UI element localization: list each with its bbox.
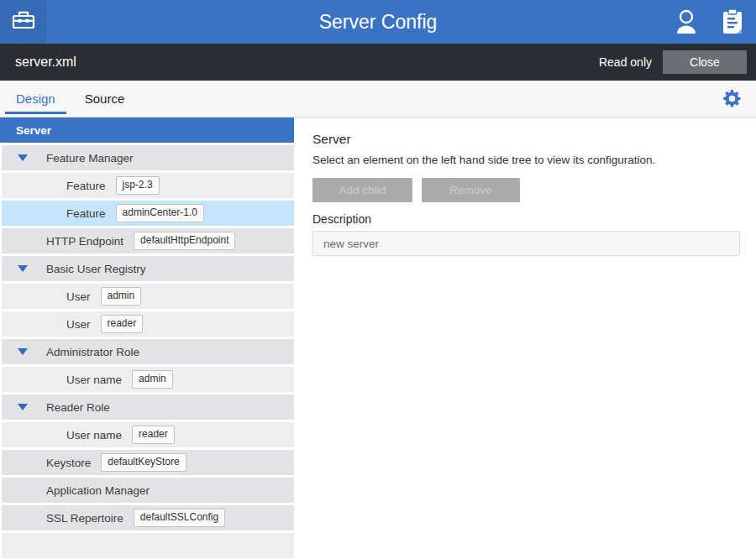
file-bar: server.xml Read only Close xyxy=(0,44,756,81)
tab-bar: Design Source xyxy=(0,81,756,118)
tree-item-badge: defaultSSLConfig xyxy=(134,509,225,526)
config-tree: ServerFeature ManagerFeaturejsp-2.3Featu… xyxy=(0,118,294,559)
tree-item-badge: adminCenter-1.0 xyxy=(116,204,204,222)
tree-item-badge: defaultKeyStore xyxy=(101,453,186,471)
tree-item-label: Feature xyxy=(66,207,106,220)
detail-title: Server xyxy=(312,131,740,147)
read-only-label: Read only xyxy=(599,55,652,69)
triangle-down-icon[interactable] xyxy=(18,404,28,410)
detail-instruction: Select an element on the left hand side … xyxy=(312,153,740,167)
description-label: Description xyxy=(312,212,740,227)
tree-item[interactable]: User namereader xyxy=(2,422,294,447)
tree-item[interactable]: Reader Role xyxy=(2,394,294,420)
tree-item-label: Keystore xyxy=(46,457,91,469)
tree-item[interactable]: Useradmin xyxy=(2,284,294,309)
tree-item[interactable]: Feature Manager xyxy=(2,145,294,170)
content-area: ServerFeature ManagerFeaturejsp-2.3Featu… xyxy=(0,118,756,559)
tree-item[interactable]: Server xyxy=(0,118,294,143)
tree-item-label: User name xyxy=(66,374,122,386)
tree-item[interactable]: SSL RepertoiredefaultSSLConfig xyxy=(2,505,294,530)
tab-source[interactable]: Source xyxy=(74,81,136,117)
tree-item-badge: admin xyxy=(132,370,173,388)
tree-item-badge: reader xyxy=(132,426,175,443)
tree-item[interactable]: Application Manager xyxy=(2,478,294,503)
remove-button[interactable]: Remove xyxy=(422,178,520,202)
tree-item-badge: jsp-2.3 xyxy=(116,176,160,194)
tree-item-label: User xyxy=(66,290,91,303)
file-name: server.xml xyxy=(15,55,76,70)
tree-item[interactable]: Userreader xyxy=(2,311,294,337)
close-button[interactable]: Close xyxy=(663,50,747,74)
tree-item[interactable]: Featurejsp-2.3 xyxy=(2,173,294,198)
tree-item-label: User xyxy=(66,318,91,331)
add-child-button[interactable]: Add child xyxy=(312,178,412,202)
tree-item[interactable]: Basic User Registry xyxy=(2,256,294,281)
toolbox-button[interactable] xyxy=(0,0,46,44)
tree-item-label: Basic User Registry xyxy=(46,263,146,275)
detail-panel: Server Select an element on the left han… xyxy=(294,118,756,559)
triangle-down-icon[interactable] xyxy=(18,348,28,355)
tree-item-label: Administrator Role xyxy=(46,346,139,358)
tree-item-label: Feature xyxy=(66,180,106,192)
tree-item-badge: admin xyxy=(101,287,142,305)
tree-item[interactable]: User nameadmin xyxy=(2,367,294,392)
tree-item[interactable]: HTTP EndpointdefaultHttpEndpoint xyxy=(2,228,294,253)
tab-design[interactable]: Design xyxy=(5,81,66,117)
tree-item-label: HTTP Endpoint xyxy=(46,235,123,248)
gear-icon[interactable] xyxy=(721,88,743,110)
tree-item[interactable]: KeystoredefaultKeyStore xyxy=(2,450,294,475)
tree-item-label: SSL Repertoire xyxy=(46,512,123,525)
tree-item-label: Feature Manager xyxy=(46,152,134,165)
tree-item[interactable]: Administrator Role xyxy=(2,339,294,364)
app-header: Server Config xyxy=(0,0,756,44)
tree-item-label: Server xyxy=(16,124,51,137)
tree-item[interactable]: FeatureadminCenter-1.0 xyxy=(2,201,294,226)
triangle-down-icon[interactable] xyxy=(18,265,28,272)
toolbox-icon xyxy=(11,8,36,36)
app-title: Server Config xyxy=(319,11,438,34)
tree-item-label: Application Manager xyxy=(46,484,150,497)
tree-item-badge: reader xyxy=(101,315,144,332)
clipboard-icon[interactable] xyxy=(722,8,743,35)
description-input[interactable] xyxy=(312,231,740,256)
tree-item xyxy=(2,533,294,558)
tree-item-badge: defaultHttpEndpoint xyxy=(134,232,235,249)
triangle-down-icon[interactable] xyxy=(18,154,28,161)
user-icon[interactable] xyxy=(674,8,699,35)
tree-item-label: Reader Role xyxy=(46,401,110,414)
tree-item-label: User name xyxy=(66,429,122,441)
